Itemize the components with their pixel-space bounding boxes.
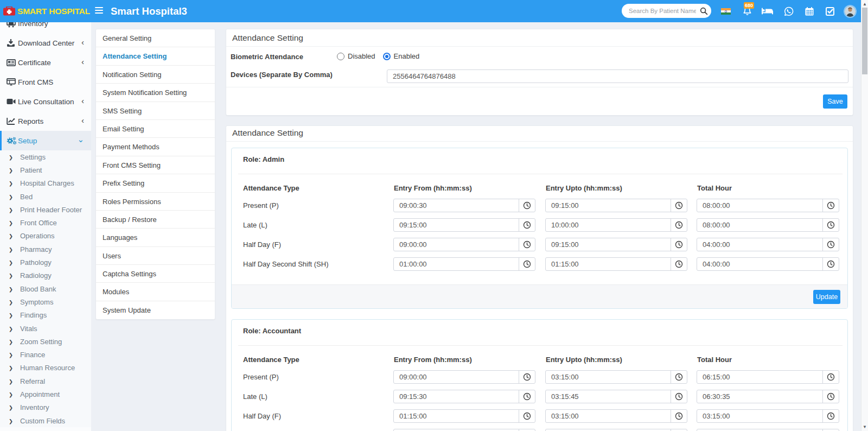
submenu-item-findings[interactable]: ❯Findings: [0, 309, 91, 322]
clock-icon[interactable]: [822, 258, 839, 270]
submenu-item-operations[interactable]: ❯Operations: [0, 230, 91, 243]
page-scrollbar[interactable]: ▲ ▼: [861, 0, 868, 431]
submenu-item-zoom-setting[interactable]: ❯Zoom Setting: [0, 335, 91, 348]
clock-icon[interactable]: [671, 238, 687, 251]
submenu-item-symptoms[interactable]: ❯Symptoms: [0, 295, 91, 308]
radio-circle[interactable]: [337, 53, 344, 60]
sidebar-item-setup[interactable]: Setup⌄: [0, 131, 91, 150]
clock-icon[interactable]: [671, 199, 687, 212]
menu-item-notification-setting[interactable]: Notification Setting: [96, 66, 215, 84]
submenu-item-custom-fields[interactable]: ❯Custom Fields: [0, 414, 91, 427]
sidebar-item-live-consultation[interactable]: Live Consultation‹: [0, 92, 91, 111]
clock-icon[interactable]: [822, 238, 839, 251]
upto-time-input[interactable]: [546, 199, 671, 212]
menu-item-languages[interactable]: Languages: [96, 229, 215, 246]
from-time-input[interactable]: [394, 371, 519, 383]
upto-time-input[interactable]: [546, 390, 671, 403]
menu-item-system-update[interactable]: System Update: [96, 301, 215, 319]
scroll-down-icon[interactable]: ▼: [861, 424, 868, 429]
radio-circle[interactable]: [383, 53, 391, 60]
search-icon[interactable]: [696, 7, 711, 15]
submenu-item-hospital-charges[interactable]: ❯Hospital Charges: [0, 177, 91, 190]
upto-time-input[interactable]: [546, 371, 671, 383]
submenu-item-referral[interactable]: ❯Referral: [0, 375, 91, 388]
sidebar-item-inventory[interactable]: Inventory: [0, 22, 91, 33]
menu-item-email-setting[interactable]: Email Setting: [96, 120, 215, 138]
radio-enabled[interactable]: Enabled: [383, 52, 420, 60]
bed-icon[interactable]: [762, 0, 773, 22]
menu-item-attendance-setting[interactable]: Attendance Setting: [96, 47, 215, 65]
sidebar-item-reports[interactable]: Reports‹: [0, 111, 91, 131]
clock-icon[interactable]: [519, 219, 535, 231]
total-time-input[interactable]: [697, 390, 822, 403]
search-input[interactable]: [622, 8, 696, 14]
menu-item-general-setting[interactable]: General Setting: [96, 29, 215, 47]
sidebar-item-download-center[interactable]: Download Center‹: [0, 33, 91, 53]
clock-icon[interactable]: [822, 371, 839, 383]
menu-item-prefix-setting[interactable]: Prefix Setting: [96, 174, 215, 192]
clock-icon[interactable]: [519, 390, 535, 403]
scroll-up-icon[interactable]: ▲: [861, 2, 868, 7]
clock-icon[interactable]: [822, 410, 839, 422]
india-flag-icon[interactable]: [721, 0, 731, 22]
submenu-item-pharmacy[interactable]: ❯Pharmacy: [0, 243, 91, 256]
clock-icon[interactable]: [671, 258, 687, 270]
submenu-item-vitals[interactable]: ❯Vitals: [0, 322, 91, 335]
submenu-item-print-header-footer[interactable]: ❯Print Header Footer: [0, 203, 91, 216]
submenu-item-finance[interactable]: ❯Finance: [0, 348, 91, 361]
total-time-input[interactable]: [697, 219, 822, 231]
from-time-input[interactable]: [394, 238, 519, 251]
total-time-input[interactable]: [697, 199, 822, 212]
menu-item-sms-setting[interactable]: SMS Setting: [96, 102, 215, 120]
clock-icon[interactable]: [519, 199, 535, 212]
menu-icon[interactable]: [95, 7, 103, 15]
total-time-input[interactable]: [697, 371, 822, 383]
save-button[interactable]: Save: [823, 94, 847, 109]
radio-disabled[interactable]: Disabled: [337, 52, 375, 60]
submenu-item-settings[interactable]: ❯Settings: [0, 150, 91, 163]
logo[interactable]: SMART HOSPITAL: [0, 0, 91, 22]
menu-item-roles-permissions[interactable]: Roles Permissions: [96, 193, 215, 211]
submenu-item-appointment[interactable]: ❯Appointment: [0, 388, 91, 401]
clock-icon[interactable]: [671, 371, 687, 383]
upto-time-input[interactable]: [546, 238, 671, 251]
submenu-item-pathology[interactable]: ❯Pathology: [0, 256, 91, 269]
submenu-item-inventory[interactable]: ❯Inventory: [0, 401, 91, 414]
submenu-item-blood-bank[interactable]: ❯Blood Bank: [0, 282, 91, 295]
whatsapp-icon[interactable]: [784, 0, 794, 22]
total-time-input[interactable]: [697, 258, 822, 270]
submenu-item-bed[interactable]: ❯Bed: [0, 190, 91, 203]
menu-item-captcha-settings[interactable]: Captcha Settings: [96, 265, 215, 283]
menu-item-users[interactable]: Users: [96, 247, 215, 265]
from-time-input[interactable]: [394, 219, 519, 231]
clock-icon[interactable]: [519, 258, 535, 270]
menu-item-backup-restore[interactable]: Backup / Restore: [96, 211, 215, 229]
avatar[interactable]: [845, 6, 856, 17]
total-time-input[interactable]: [697, 410, 822, 422]
clock-icon[interactable]: [822, 390, 839, 403]
clock-icon[interactable]: [671, 410, 687, 422]
scrollbar-thumb[interactable]: [862, 8, 867, 74]
clock-icon[interactable]: [822, 199, 839, 212]
menu-item-modules[interactable]: Modules: [96, 283, 215, 301]
from-time-input[interactable]: [394, 390, 519, 403]
clock-icon[interactable]: [519, 410, 535, 422]
check-square-icon[interactable]: [826, 0, 834, 22]
total-time-input[interactable]: [697, 238, 822, 251]
upto-time-input[interactable]: [546, 410, 671, 422]
submenu-item-patient[interactable]: ❯Patient: [0, 163, 91, 176]
upto-time-input[interactable]: [546, 219, 671, 231]
update-button[interactable]: Update: [813, 290, 840, 304]
from-time-input[interactable]: [394, 199, 519, 212]
from-time-input[interactable]: [394, 410, 519, 422]
from-time-input[interactable]: [394, 258, 519, 270]
clock-icon[interactable]: [671, 219, 687, 231]
calendar-icon[interactable]: [805, 0, 814, 22]
menu-item-payment-methods[interactable]: Payment Methods: [96, 138, 215, 156]
clock-icon[interactable]: [822, 219, 839, 231]
clock-icon[interactable]: [519, 238, 535, 251]
sidebar-item-certificate[interactable]: Certificate‹: [0, 53, 91, 72]
clock-icon[interactable]: [671, 390, 687, 403]
devices-input[interactable]: [387, 69, 848, 83]
submenu-item-human-resource[interactable]: ❯Human Resource: [0, 362, 91, 375]
